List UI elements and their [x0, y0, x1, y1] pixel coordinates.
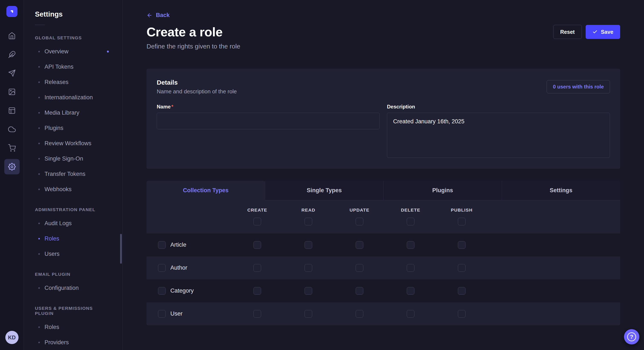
help-icon: ?: [627, 332, 636, 341]
user-update-checkbox[interactable]: [356, 310, 363, 318]
user-row-checkbox[interactable]: [158, 310, 166, 318]
releases-nav-button[interactable]: [4, 65, 20, 81]
row-label: Category: [170, 288, 194, 294]
sidebar-item-api-tokens[interactable]: API Tokens: [24, 59, 122, 74]
category-publish-checkbox[interactable]: [458, 287, 466, 295]
sidebar-item-audit-logs[interactable]: Audit Logs: [24, 216, 122, 231]
sidebar-item-providers[interactable]: Providers: [24, 335, 122, 350]
avatar[interactable]: KD: [5, 331, 18, 344]
back-label: Back: [156, 12, 170, 18]
user-delete-checkbox[interactable]: [407, 310, 414, 318]
permission-cell: [232, 264, 283, 272]
details-card-header: Details Name and description of the role…: [157, 79, 610, 95]
author-update-checkbox[interactable]: [356, 264, 363, 272]
sidebar-item-review-workflows[interactable]: Review Workflows: [24, 136, 122, 151]
description-label: Description: [387, 104, 610, 110]
marketplace-nav-button[interactable]: [4, 140, 20, 156]
select-all-publish-checkbox[interactable]: [458, 218, 466, 225]
article-row-checkbox[interactable]: [158, 241, 166, 249]
cloud-icon: [8, 126, 16, 133]
row-label-cell: Author: [146, 264, 232, 272]
header-actions: Reset Save: [553, 25, 620, 39]
table-row: User: [146, 302, 620, 325]
bullet-icon: [38, 97, 40, 98]
save-button[interactable]: Save: [586, 25, 620, 39]
sidebar-item-releases[interactable]: Releases: [24, 74, 122, 90]
users-with-role-button[interactable]: 0 users with this role: [547, 80, 610, 93]
bullet-icon: [38, 143, 40, 144]
media-library-nav-button[interactable]: [4, 84, 20, 100]
header-spacer: [487, 207, 620, 225]
sidebar-item-transfer-tokens[interactable]: Transfer Tokens: [24, 166, 122, 181]
sidebar-item-webhooks[interactable]: Webhooks: [24, 181, 122, 197]
name-input[interactable]: [157, 113, 380, 129]
select-all-delete-checkbox[interactable]: [407, 218, 414, 225]
column-head-create: CREATE: [232, 207, 283, 225]
strapi-logo-icon: [9, 9, 15, 14]
sidebar-item-media-library[interactable]: Media Library: [24, 105, 122, 120]
deploy-nav-button[interactable]: [4, 122, 20, 137]
content-manager-nav-button[interactable]: [4, 47, 20, 62]
table-row: Article: [146, 233, 620, 256]
save-label: Save: [601, 29, 613, 35]
author-read-checkbox[interactable]: [304, 264, 312, 272]
column-label: UPDATE: [350, 207, 369, 213]
select-all-update-checkbox[interactable]: [356, 218, 363, 225]
author-create-checkbox[interactable]: [254, 264, 261, 272]
sidebar-item-roles[interactable]: Roles: [24, 231, 122, 246]
strapi-logo[interactable]: [6, 6, 18, 17]
rail-nav: [4, 28, 20, 174]
permissions-card: Collection TypesSingle TypesPluginsSetti…: [146, 181, 620, 325]
permission-cell: [283, 241, 334, 249]
tab-settings[interactable]: Settings: [502, 181, 620, 200]
sidebar-item-overview[interactable]: Overview: [24, 44, 122, 59]
article-create-checkbox[interactable]: [254, 241, 261, 249]
sidebar-item-users[interactable]: Users: [24, 246, 122, 262]
settings-nav-button[interactable]: [4, 159, 20, 174]
category-delete-checkbox[interactable]: [407, 287, 414, 295]
permission-cell: [334, 264, 385, 272]
column-label: PUBLISH: [451, 207, 472, 213]
category-row-checkbox[interactable]: [158, 287, 166, 295]
tab-plugins[interactable]: Plugins: [383, 181, 502, 200]
help-button[interactable]: ?: [624, 329, 639, 345]
sidebar-item-single-sign-on[interactable]: Single Sign-On: [24, 151, 122, 166]
article-publish-checkbox[interactable]: [458, 241, 466, 249]
sidebar-item-internationalization[interactable]: Internationalization: [24, 90, 122, 105]
sidebar-item-roles[interactable]: Roles: [24, 319, 122, 335]
bullet-icon: [38, 238, 40, 239]
feather-pen-icon: [8, 51, 16, 58]
subnav-scrollbar-thumb[interactable]: [120, 234, 122, 264]
user-publish-checkbox[interactable]: [458, 310, 466, 318]
author-publish-checkbox[interactable]: [458, 264, 466, 272]
category-read-checkbox[interactable]: [304, 287, 312, 295]
bullet-icon: [38, 326, 40, 328]
category-create-checkbox[interactable]: [254, 287, 261, 295]
author-delete-checkbox[interactable]: [407, 264, 414, 272]
sidebar-item-plugins[interactable]: Plugins: [24, 120, 122, 136]
select-all-create-checkbox[interactable]: [254, 218, 261, 225]
article-read-checkbox[interactable]: [304, 241, 312, 249]
description-field-group: Description Created January 16th, 2025: [387, 104, 610, 159]
bullet-icon: [38, 112, 40, 114]
description-textarea[interactable]: Created January 16th, 2025: [387, 113, 610, 158]
select-all-read-checkbox[interactable]: [304, 218, 312, 225]
user-read-checkbox[interactable]: [304, 310, 312, 318]
home-nav-button[interactable]: [4, 28, 20, 43]
back-link[interactable]: Back: [146, 12, 170, 18]
tab-single-types[interactable]: Single Types: [265, 181, 383, 200]
tab-collection-types[interactable]: Collection Types: [146, 181, 265, 200]
bullet-icon: [38, 173, 40, 175]
category-update-checkbox[interactable]: [356, 287, 363, 295]
article-update-checkbox[interactable]: [356, 241, 363, 249]
sidebar-item-configuration[interactable]: Configuration: [24, 280, 122, 296]
sidebar-item-label: Single Sign-On: [44, 156, 83, 162]
row-label: User: [170, 311, 182, 317]
permission-cell: [385, 287, 436, 295]
author-row-checkbox[interactable]: [158, 264, 166, 272]
user-create-checkbox[interactable]: [254, 310, 261, 318]
reset-button[interactable]: Reset: [553, 25, 582, 39]
article-delete-checkbox[interactable]: [407, 241, 414, 249]
content-type-builder-nav-button[interactable]: [4, 103, 20, 118]
table-row: Author: [146, 256, 620, 279]
